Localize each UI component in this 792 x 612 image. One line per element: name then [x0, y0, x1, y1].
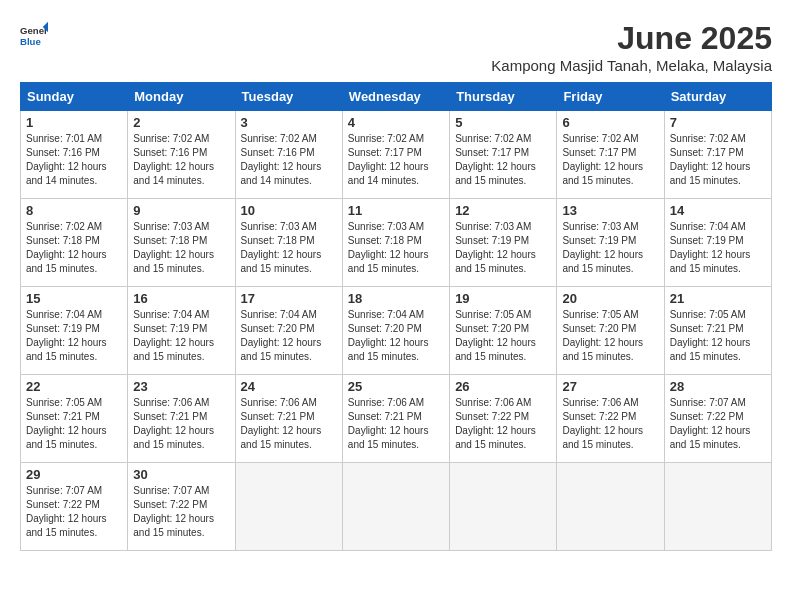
header-sunday: Sunday [21, 83, 128, 111]
header-saturday: Saturday [664, 83, 771, 111]
table-row: 22 Sunrise: 7:05 AM Sunset: 7:21 PM Dayl… [21, 375, 772, 463]
day-21: 21 Sunrise: 7:05 AM Sunset: 7:21 PM Dayl… [664, 287, 771, 375]
day-26: 26 Sunrise: 7:06 AM Sunset: 7:22 PM Dayl… [450, 375, 557, 463]
day-11: 11 Sunrise: 7:03 AM Sunset: 7:18 PM Dayl… [342, 199, 449, 287]
day-15: 15 Sunrise: 7:04 AM Sunset: 7:19 PM Dayl… [21, 287, 128, 375]
location-title: Kampong Masjid Tanah, Melaka, Malaysia [491, 57, 772, 74]
day-20: 20 Sunrise: 7:05 AM Sunset: 7:20 PM Dayl… [557, 287, 664, 375]
day-17: 17 Sunrise: 7:04 AM Sunset: 7:20 PM Dayl… [235, 287, 342, 375]
day-22: 22 Sunrise: 7:05 AM Sunset: 7:21 PM Dayl… [21, 375, 128, 463]
day-6: 6 Sunrise: 7:02 AM Sunset: 7:17 PM Dayli… [557, 111, 664, 199]
day-29: 29 Sunrise: 7:07 AM Sunset: 7:22 PM Dayl… [21, 463, 128, 551]
header-friday: Friday [557, 83, 664, 111]
header-thursday: Thursday [450, 83, 557, 111]
day-25: 25 Sunrise: 7:06 AM Sunset: 7:21 PM Dayl… [342, 375, 449, 463]
day-1: 1 Sunrise: 7:01 AM Sunset: 7:16 PM Dayli… [21, 111, 128, 199]
day-19: 19 Sunrise: 7:05 AM Sunset: 7:20 PM Dayl… [450, 287, 557, 375]
table-row: 15 Sunrise: 7:04 AM Sunset: 7:19 PM Dayl… [21, 287, 772, 375]
title-area: June 2025 Kampong Masjid Tanah, Melaka, … [491, 20, 772, 74]
day-16: 16 Sunrise: 7:04 AM Sunset: 7:19 PM Dayl… [128, 287, 235, 375]
logo-icon: General Blue [20, 20, 48, 48]
header-monday: Monday [128, 83, 235, 111]
day-18: 18 Sunrise: 7:04 AM Sunset: 7:20 PM Dayl… [342, 287, 449, 375]
day-27: 27 Sunrise: 7:06 AM Sunset: 7:22 PM Dayl… [557, 375, 664, 463]
day-10: 10 Sunrise: 7:03 AM Sunset: 7:18 PM Dayl… [235, 199, 342, 287]
logo: General Blue [20, 20, 48, 48]
day-12: 12 Sunrise: 7:03 AM Sunset: 7:19 PM Dayl… [450, 199, 557, 287]
day-30: 30 Sunrise: 7:07 AM Sunset: 7:22 PM Dayl… [128, 463, 235, 551]
day-24: 24 Sunrise: 7:06 AM Sunset: 7:21 PM Dayl… [235, 375, 342, 463]
day-8: 8 Sunrise: 7:02 AM Sunset: 7:18 PM Dayli… [21, 199, 128, 287]
day-7: 7 Sunrise: 7:02 AM Sunset: 7:17 PM Dayli… [664, 111, 771, 199]
day-13: 13 Sunrise: 7:03 AM Sunset: 7:19 PM Dayl… [557, 199, 664, 287]
table-row: 8 Sunrise: 7:02 AM Sunset: 7:18 PM Dayli… [21, 199, 772, 287]
day-23: 23 Sunrise: 7:06 AM Sunset: 7:21 PM Dayl… [128, 375, 235, 463]
day-2: 2 Sunrise: 7:02 AM Sunset: 7:16 PM Dayli… [128, 111, 235, 199]
day-14: 14 Sunrise: 7:04 AM Sunset: 7:19 PM Dayl… [664, 199, 771, 287]
header-tuesday: Tuesday [235, 83, 342, 111]
table-row: 1 Sunrise: 7:01 AM Sunset: 7:16 PM Dayli… [21, 111, 772, 199]
calendar-table: Sunday Monday Tuesday Wednesday Thursday… [20, 82, 772, 551]
day-4: 4 Sunrise: 7:02 AM Sunset: 7:17 PM Dayli… [342, 111, 449, 199]
day-3: 3 Sunrise: 7:02 AM Sunset: 7:16 PM Dayli… [235, 111, 342, 199]
day-empty-1 [235, 463, 342, 551]
day-empty-2 [342, 463, 449, 551]
header-wednesday: Wednesday [342, 83, 449, 111]
month-title: June 2025 [491, 20, 772, 57]
day-empty-5 [664, 463, 771, 551]
svg-text:Blue: Blue [20, 36, 41, 47]
day-empty-4 [557, 463, 664, 551]
day-9: 9 Sunrise: 7:03 AM Sunset: 7:18 PM Dayli… [128, 199, 235, 287]
day-5: 5 Sunrise: 7:02 AM Sunset: 7:17 PM Dayli… [450, 111, 557, 199]
day-empty-3 [450, 463, 557, 551]
day-28: 28 Sunrise: 7:07 AM Sunset: 7:22 PM Dayl… [664, 375, 771, 463]
table-row: 29 Sunrise: 7:07 AM Sunset: 7:22 PM Dayl… [21, 463, 772, 551]
